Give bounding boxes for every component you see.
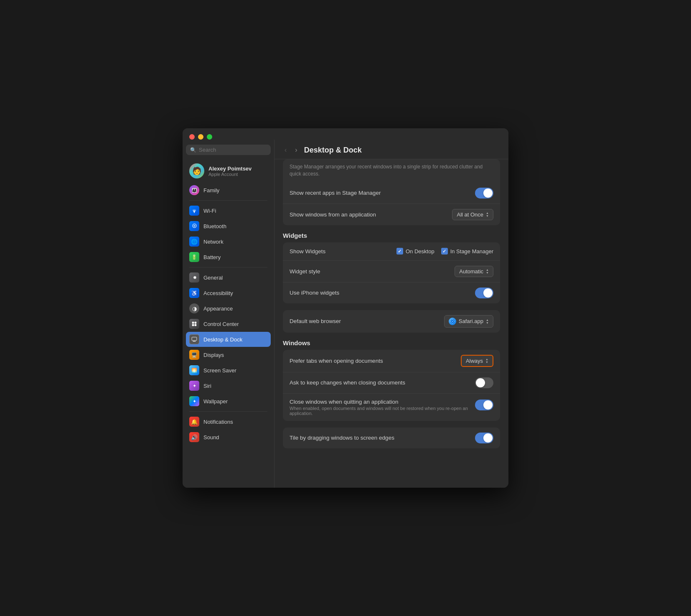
search-bar[interactable]: 🔍 bbox=[186, 145, 271, 155]
on-desktop-checkbox-group[interactable]: ✓ On Desktop bbox=[396, 248, 434, 255]
sound-icon: 🔊 bbox=[189, 432, 199, 442]
ask-keep-changes-row: Ask to keep changes when closing documen… bbox=[283, 372, 500, 394]
show-widgets-row: Show Widgets ✓ On Desktop ✓ bbox=[283, 242, 500, 261]
sidebar-item-label: Accessibility bbox=[203, 290, 233, 296]
select-arrows-icon: ▲ ▼ bbox=[486, 211, 489, 217]
displays-icon: 🖥️ bbox=[189, 350, 199, 360]
profile-text: Alexey Poimtsev Apple Account bbox=[208, 165, 252, 177]
close-windows-label-group: Close windows when quitting an applicati… bbox=[290, 399, 468, 416]
default-browser-label: Default web browser bbox=[290, 318, 341, 324]
sidebar-item-wifi[interactable]: Wi-Fi bbox=[186, 203, 271, 218]
show-widgets-label: Show Widgets bbox=[290, 248, 325, 255]
in-stage-manager-checkbox[interactable]: ✓ bbox=[441, 248, 448, 255]
general-icon bbox=[189, 272, 199, 283]
sidebar-item-label: Wi-Fi bbox=[203, 208, 216, 214]
sidebar-item-accessibility[interactable]: ♿ Accessibility bbox=[186, 285, 271, 300]
sidebar-item-bluetooth[interactable]: ⦾ Bluetooth bbox=[186, 219, 271, 234]
sidebar-item-label: General bbox=[203, 275, 223, 281]
use-iphone-widgets-row: Use iPhone widgets bbox=[283, 283, 500, 303]
prefer-tabs-label: Prefer tabs when opening documents bbox=[290, 358, 383, 364]
accessibility-icon: ♿ bbox=[189, 288, 199, 298]
stage-manager-card: Stage Manager arranges your recent windo… bbox=[283, 159, 500, 225]
use-iphone-widgets-toggle[interactable] bbox=[475, 288, 493, 298]
close-windows-toggle[interactable] bbox=[475, 400, 493, 410]
notifications-icon: 🔔 bbox=[189, 417, 199, 427]
svg-rect-5 bbox=[195, 324, 197, 326]
on-desktop-checkbox[interactable]: ✓ bbox=[396, 248, 403, 255]
sidebar-item-label: Screen Saver bbox=[203, 367, 236, 374]
show-windows-select[interactable]: All at Once ▲ ▼ bbox=[452, 209, 493, 220]
toggle-knob-5 bbox=[483, 400, 493, 410]
select-arrows-icon-3: ▲ ▼ bbox=[486, 318, 489, 324]
close-windows-row: Close windows when quitting an applicati… bbox=[283, 394, 500, 421]
sidebar-item-appearance[interactable]: ◑ Appearance bbox=[186, 301, 271, 316]
default-browser-row: Default web browser Safari.app bbox=[283, 310, 500, 333]
sidebar-item-notifications[interactable]: 🔔 Notifications bbox=[186, 414, 271, 429]
close-button[interactable] bbox=[189, 134, 195, 140]
detail-title: Desktop & Dock bbox=[304, 146, 362, 155]
minimize-button[interactable] bbox=[198, 134, 203, 140]
prefer-tabs-select[interactable]: Always ▲ ▼ bbox=[461, 355, 493, 367]
svg-rect-3 bbox=[195, 322, 197, 324]
widget-style-select[interactable]: Automatic ▲ ▼ bbox=[455, 266, 493, 277]
system-preferences-window: 🔍 🧑 Alexey Poimtsev Apple Account 👨‍👩‍👧 bbox=[183, 128, 508, 488]
sidebar-item-sound[interactable]: 🔊 Sound bbox=[186, 430, 271, 445]
back-button[interactable]: ‹ bbox=[283, 145, 288, 155]
show-recent-apps-toggle[interactable] bbox=[475, 188, 493, 199]
sidebar-item-label: Family bbox=[203, 187, 219, 193]
battery-icon: 🔋 bbox=[189, 252, 199, 262]
toggle-knob-3 bbox=[483, 288, 493, 298]
forward-button[interactable]: › bbox=[293, 145, 299, 155]
sidebar-item-label: Network bbox=[203, 239, 224, 245]
in-stage-manager-checkbox-group[interactable]: ✓ In Stage Manager bbox=[441, 248, 493, 255]
select-arrows-icon-4: ▲ ▼ bbox=[485, 358, 488, 364]
tile-dragging-label: Tile by dragging windows to screen edges bbox=[290, 435, 394, 441]
search-icon: 🔍 bbox=[190, 147, 196, 153]
tile-dragging-card: Tile by dragging windows to screen edges bbox=[283, 428, 500, 448]
svg-rect-6 bbox=[192, 337, 197, 341]
checkbox-check-icon: ✓ bbox=[398, 249, 401, 254]
sidebar-item-general[interactable]: General bbox=[186, 270, 271, 285]
profile-item[interactable]: 🧑 Alexey Poimtsev Apple Account bbox=[186, 161, 271, 181]
family-icon: 👨‍👩‍👧 bbox=[189, 185, 199, 195]
tile-dragging-row: Tile by dragging windows to screen edges bbox=[283, 428, 500, 448]
sidebar-item-label: Wallpaper bbox=[203, 398, 228, 405]
maximize-button[interactable] bbox=[207, 134, 212, 140]
sidebar-item-network[interactable]: 🌐 Network bbox=[186, 234, 271, 249]
ask-keep-changes-toggle[interactable] bbox=[475, 377, 493, 388]
sidebar-item-battery[interactable]: 🔋 Battery bbox=[186, 249, 271, 265]
prefer-tabs-value: Always bbox=[466, 358, 483, 364]
ask-keep-changes-label: Ask to keep changes when closing documen… bbox=[290, 379, 405, 386]
show-windows-value: All at Once bbox=[457, 211, 483, 218]
sidebar-item-siri[interactable]: ✦ Siri bbox=[186, 378, 271, 393]
sidebar-item-displays[interactable]: 🖥️ Displays bbox=[186, 347, 271, 362]
svg-rect-7 bbox=[193, 341, 196, 341]
sidebar-item-wallpaper[interactable]: ✦ Wallpaper bbox=[186, 394, 271, 409]
widgets-card: Show Widgets ✓ On Desktop ✓ bbox=[283, 242, 500, 303]
sidebar-item-screen-saver[interactable]: 🌅 Screen Saver bbox=[186, 363, 271, 378]
sidebar-item-label: Appearance bbox=[203, 305, 233, 312]
divider-2 bbox=[189, 267, 267, 267]
search-input[interactable] bbox=[199, 147, 267, 153]
sidebar-item-desktop-dock[interactable]: Desktop & Dock bbox=[186, 332, 271, 347]
sidebar-item-label: Desktop & Dock bbox=[203, 336, 242, 343]
show-windows-label: Show windows from an application bbox=[290, 211, 376, 218]
sidebar-item-label: Siri bbox=[203, 383, 211, 389]
sidebar-item-label: Bluetooth bbox=[203, 223, 226, 229]
profile-subtitle: Apple Account bbox=[208, 172, 252, 177]
screen-saver-icon: 🌅 bbox=[189, 365, 199, 375]
default-browser-select[interactable]: Safari.app ▲ ▼ bbox=[444, 315, 493, 328]
tile-dragging-toggle[interactable] bbox=[475, 433, 493, 443]
sidebar-item-family[interactable]: 👨‍👩‍👧 Family bbox=[186, 183, 271, 198]
detail-content: Stage Manager arranges your recent windo… bbox=[274, 159, 508, 488]
appearance-icon: ◑ bbox=[189, 303, 199, 313]
avatar: 🧑 bbox=[189, 163, 204, 178]
svg-rect-2 bbox=[192, 322, 194, 324]
sidebar-item-control-center[interactable]: Control Center bbox=[186, 316, 271, 331]
detail-panel: ‹ › Desktop & Dock Stage Manager arrange… bbox=[274, 140, 508, 488]
use-iphone-widgets-label: Use iPhone widgets bbox=[290, 290, 339, 296]
select-arrows-icon-2: ▲ ▼ bbox=[486, 268, 489, 274]
show-recent-apps-label: Show recent apps in Stage Manager bbox=[290, 190, 381, 196]
prefer-tabs-row: Prefer tabs when opening documents Alway… bbox=[283, 350, 500, 372]
wifi-icon bbox=[189, 206, 199, 216]
